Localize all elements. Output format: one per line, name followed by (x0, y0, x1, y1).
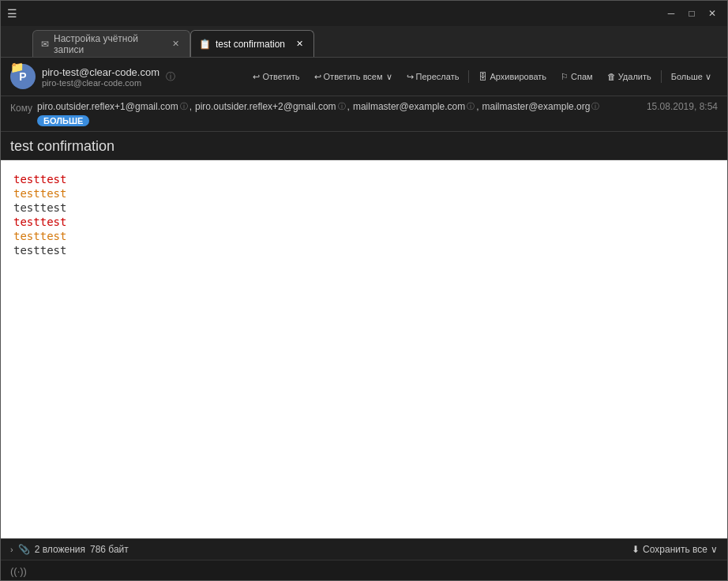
title-bar-controls: ─ □ ✕ (662, 5, 721, 22)
save-icon: ⬇ (632, 544, 640, 555)
attachments-expand-icon[interactable]: › (10, 545, 13, 554)
recipients-list: piro.outsider.reflex+1@gmail.com ⓘ, piro… (37, 101, 642, 126)
attachment-count: 2 вложения (35, 544, 85, 555)
recipient3-icon: ⓘ (467, 101, 475, 112)
tab1-close[interactable]: ✕ (170, 38, 182, 51)
save-label: Сохранить все (643, 544, 707, 555)
maximize-button[interactable]: □ (683, 5, 700, 22)
recipient1-icon: ⓘ (180, 101, 188, 112)
tab-account-settings[interactable]: ✉ Настройка учётной записи ✕ (32, 30, 190, 57)
tab-test-confirmation[interactable]: 📋 test confirmation ✕ (190, 30, 314, 57)
email-toolbar: ↩ Ответить ↩ Ответить всем ∨ ↪ Переслать… (246, 69, 718, 85)
sender-bar: P piro-test@clear-code.com piro-test@cle… (1, 58, 727, 96)
recipient4-icon: ⓘ (591, 101, 599, 112)
sender-info-icon[interactable]: ⓘ (166, 70, 175, 84)
sender-name: piro-test@clear-code.com (42, 66, 159, 78)
body-line-5: testtest (13, 230, 715, 242)
email-date: 15.08.2019, 8:54 (647, 101, 718, 112)
paperclip-icon: 📎 (18, 544, 30, 555)
sender-info: piro-test@clear-code.com piro-test@clear… (42, 66, 159, 88)
recipients-bar: Кому piro.outsider.reflex+1@gmail.com ⓘ,… (1, 96, 727, 132)
tab2-label: test confirmation (216, 39, 285, 50)
body-line-3: testtest (13, 201, 715, 214)
tab1-icon: ✉ (41, 39, 49, 50)
email-subject: test confirmation (1, 132, 727, 160)
toolbar-divider (468, 70, 469, 83)
minimize-button[interactable]: ─ (662, 5, 680, 22)
save-arrow-icon: ∨ (711, 544, 718, 555)
recipient-3: mailmaster@example.com ⓘ, (353, 101, 479, 112)
title-bar: ☰ ─ □ ✕ (1, 1, 727, 26)
recipient-4: mailmaster@example.org ⓘ (482, 101, 600, 112)
attachment-size: 786 байт (90, 544, 129, 555)
spam-button[interactable]: ⚐ Спам (554, 69, 599, 85)
reply-button[interactable]: ↩ Ответить (246, 69, 306, 85)
save-all-button[interactable]: ⬇ Сохранить все ∨ (632, 544, 718, 555)
toolbar-divider2 (661, 70, 662, 83)
more-button[interactable]: Больше ∨ (665, 69, 718, 85)
recipient2-icon: ⓘ (338, 101, 346, 112)
body-line-4: testtest (13, 216, 715, 228)
recipient-2: piro.outsider.reflex+2@gmail.com ⓘ, (195, 101, 350, 112)
body-line-2: testtest (13, 187, 715, 200)
email-view: P piro-test@clear-code.com piro-test@cle… (1, 58, 727, 581)
attachments-bar: › 📎 2 вложения 786 байт ⬇ Сохранить все … (1, 538, 727, 560)
archive-button[interactable]: 🗄 Архивировать (472, 69, 553, 84)
body-line-6: testtest (13, 244, 715, 257)
wifi-icon: ((·)) (10, 565, 27, 577)
recipient-1: piro.outsider.reflex+1@gmail.com ⓘ, (37, 101, 192, 112)
email-body: testtest testtest testtest testtest test… (1, 160, 727, 538)
more-recipients-badge[interactable]: БОЛЬШЕ (37, 115, 89, 126)
recipients-label: Кому (10, 101, 32, 114)
tab2-icon: 📋 (199, 39, 211, 50)
close-button[interactable]: ✕ (704, 5, 721, 22)
folder-icon[interactable]: 📁 (10, 61, 24, 73)
tab1-label: Настройка учётной записи (54, 33, 162, 55)
body-line-1: testtest (13, 173, 715, 186)
forward-button[interactable]: ↪ Переслать (400, 69, 466, 85)
status-bar: ((·)) (1, 560, 727, 581)
tab2-close[interactable]: ✕ (293, 38, 306, 51)
sender-email: piro-test@clear-code.com (42, 78, 159, 88)
delete-button[interactable]: 🗑 Удалить (601, 69, 658, 84)
menu-icon[interactable]: ☰ (7, 7, 17, 20)
reply-all-button[interactable]: ↩ Ответить всем ∨ (308, 69, 399, 85)
tab-bar: 📁 ✉ Настройка учётной записи ✕ 📋 test co… (1, 26, 727, 58)
